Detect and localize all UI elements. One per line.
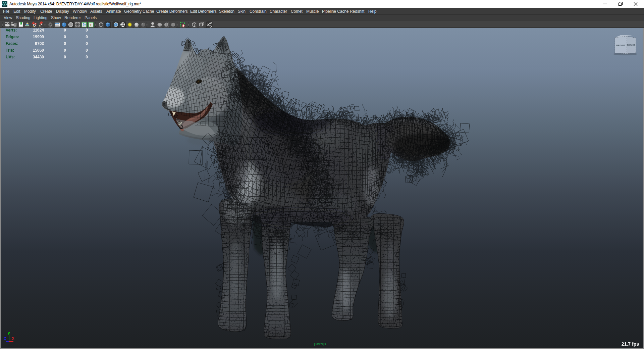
svg-text:RIGHT: RIGHT	[627, 44, 636, 47]
svg-text:persp: persp	[314, 341, 326, 346]
svg-text:FRONT: FRONT	[616, 44, 625, 47]
svg-text:x: x	[12, 336, 14, 341]
svg-text:MAYA: MAYA	[3, 5, 6, 7]
svg-text:z: z	[4, 336, 6, 341]
svg-text:21.7 fps: 21.7 fps	[622, 341, 639, 347]
svg-text:y: y	[8, 331, 10, 335]
svg-text:T: T	[90, 23, 92, 27]
